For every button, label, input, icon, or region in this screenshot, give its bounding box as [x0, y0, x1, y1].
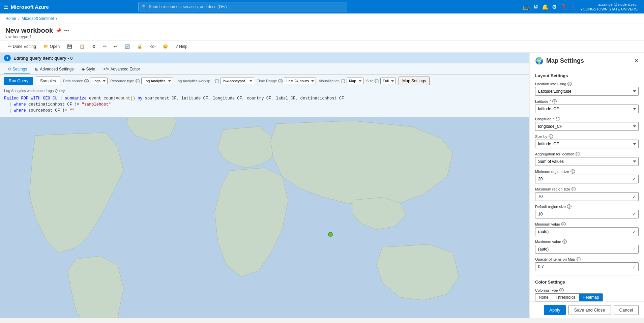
info-icon-coloring[interactable]: ⓘ [559, 288, 564, 292]
info-icon-workspace[interactable]: ⓘ [215, 79, 219, 83]
open-button[interactable]: 📂 Open [41, 43, 62, 50]
save-icon: 💾 [67, 44, 72, 49]
copy-button[interactable]: 📋 [77, 43, 87, 50]
location-info-select[interactable]: Latitude/Longitude [535, 87, 639, 96]
info-icon-resource[interactable]: ⓘ [136, 79, 140, 83]
max-value-label: Maximum value ⓘ [535, 239, 639, 244]
portal-icon[interactable]: 🖥 [533, 4, 538, 10]
size-group: Size ⓘ Full [366, 78, 396, 84]
undo-button[interactable]: ↩ [111, 43, 120, 50]
size-select[interactable]: Full [380, 78, 396, 84]
edit-button[interactable]: ✏ [100, 43, 109, 50]
user-icon[interactable]: 👤 [570, 4, 577, 10]
breadcrumb: Home › Microsoft Sentinel › [0, 13, 644, 24]
advanced-settings-tab-label: Advanced Settings [40, 67, 74, 71]
coloring-none-button[interactable]: None [535, 294, 552, 301]
workspace-select[interactable]: law-honeypot1 [221, 78, 254, 84]
breadcrumb-home[interactable]: Home [5, 16, 16, 21]
map-settings-button[interactable]: Map Settings [399, 77, 430, 85]
min-region-input[interactable] [535, 175, 630, 183]
info-icon-max-val[interactable]: ⓘ [562, 239, 567, 244]
apply-button[interactable]: Apply [544, 305, 566, 315]
globe-icon: 🌍 [535, 57, 544, 65]
hamburger-icon[interactable]: ☰ [3, 4, 8, 10]
feedback-icon[interactable]: 📺 [523, 4, 530, 10]
info-icon-max-region[interactable]: ⓘ [572, 187, 576, 191]
emoji-button[interactable]: 😊 [160, 43, 171, 50]
save-close-button[interactable]: Save and Close [568, 305, 611, 315]
pin-icon[interactable]: 📌 [56, 28, 61, 33]
time-range-label: Time Range [257, 79, 277, 83]
info-icon-sizeby[interactable]: ⓘ [549, 134, 553, 139]
tab-style[interactable]: ◈ Style [78, 65, 98, 74]
search-bar[interactable]: 🔍 Search resources, services, and docs (… [138, 2, 347, 11]
info-icon-min-val[interactable]: ⓘ [561, 222, 566, 226]
resource-type-select[interactable]: Log Analytics [141, 78, 173, 84]
query-badge: 1 [4, 55, 11, 61]
info-icon-agg-loc[interactable]: ⓘ [576, 152, 580, 156]
lock-icon: 🔒 [137, 44, 142, 49]
breadcrumb-sentinel[interactable]: Microsoft Sentinel [22, 16, 54, 21]
run-query-button[interactable]: Run Query [4, 77, 33, 85]
info-icon-timerange[interactable]: ⓘ [278, 79, 283, 83]
done-editing-button[interactable]: ✏ Done Editing [5, 43, 39, 50]
coloring-heatmap-button[interactable]: Heatmap [579, 294, 603, 301]
code-button[interactable]: </> [147, 43, 158, 50]
min-region-label: Minimum region size ⓘ [535, 169, 639, 174]
time-range-select[interactable]: Last 24 hours [284, 78, 316, 84]
aggregation-location-group: Aggregation for location ⓘ Sum of values [535, 152, 639, 166]
coloring-thresholds-button[interactable]: Thresholds [552, 294, 579, 301]
user-info: tautsinger@student.ysu.... YOUNGSTOWN ST… [580, 2, 641, 12]
info-icon-opacity[interactable]: ⓘ [577, 257, 581, 261]
min-value-input[interactable] [535, 228, 630, 236]
refresh-button[interactable]: 🔄 [122, 43, 133, 50]
latitude-select[interactable]: latitude_CF [535, 105, 639, 113]
page-title: New workbook [5, 27, 53, 34]
settings-button[interactable]: ⚙ [89, 43, 98, 50]
longitude-select[interactable]: longitude_CF [535, 122, 639, 131]
default-region-input[interactable] [535, 210, 630, 218]
samples-button[interactable]: Samples [36, 77, 60, 85]
visualization-select[interactable]: Map [347, 78, 363, 84]
help-icon[interactable]: ❓ [560, 4, 567, 10]
tab-settings[interactable]: ⚙ Settings [4, 65, 30, 74]
info-icon-longitude[interactable]: ⓘ [556, 117, 560, 121]
more-icon[interactable]: ••• [64, 28, 69, 33]
info-icon-size[interactable]: ⓘ [375, 79, 379, 83]
cancel-button[interactable]: Cancel [614, 305, 639, 315]
info-icon-min-region[interactable]: ⓘ [570, 169, 575, 174]
refresh-icon: 🔄 [125, 44, 130, 49]
max-value-input[interactable] [535, 245, 630, 253]
info-icon-location[interactable]: ⓘ [567, 82, 572, 86]
map-area [0, 117, 529, 318]
open-label: Open [50, 44, 60, 49]
emoji-icon: 😊 [163, 44, 168, 49]
size-by-group: Size by ⓘ latitude_CF [535, 134, 639, 148]
min-value-check-icon: ✓ [630, 229, 638, 234]
save-button[interactable]: 💾 [64, 43, 75, 50]
info-icon-viz[interactable]: ⓘ [341, 79, 345, 83]
max-region-input[interactable] [535, 193, 630, 201]
max-region-input-row: ✓ [535, 192, 639, 201]
size-by-select[interactable]: latitude_CF [535, 140, 639, 148]
opacity-group: Opacity of items on Map ⓘ ✓ [535, 257, 639, 271]
controls-row: Run Query Samples Data source ⓘ Logs Res… [0, 75, 529, 87]
tab-advanced-editor[interactable]: </> Advanced Editor [100, 65, 143, 74]
help-toolbar-button[interactable]: ? Help [173, 43, 190, 50]
notifications-icon[interactable]: 🔔 [542, 4, 549, 10]
data-source-select[interactable]: Logs [90, 78, 108, 84]
min-region-input-row: ✓ [535, 175, 639, 183]
settings-icon[interactable]: ⚙ [552, 4, 557, 10]
lock-button[interactable]: 🔒 [135, 43, 145, 50]
query-code: Failed_RDP_WITH_GEO_CL | summarize event… [0, 94, 529, 117]
longitude-label: Longitude * ⓘ [535, 117, 639, 121]
tab-advanced-settings[interactable]: ⊞ Advanced Settings [32, 65, 77, 74]
aggregation-location-select[interactable]: Sum of values [535, 157, 639, 166]
info-icon-latitude[interactable]: ⓘ [552, 99, 557, 104]
info-icon-datasource[interactable]: ⓘ [84, 79, 89, 83]
info-icon-default-region[interactable]: ⓘ [567, 204, 572, 209]
longitude-group: Longitude * ⓘ longitude_CF [535, 117, 639, 131]
panel-close-button[interactable]: ✕ [634, 58, 639, 64]
time-range-group: Time Range ⓘ Last 24 hours [257, 78, 316, 84]
opacity-input[interactable] [535, 263, 630, 271]
